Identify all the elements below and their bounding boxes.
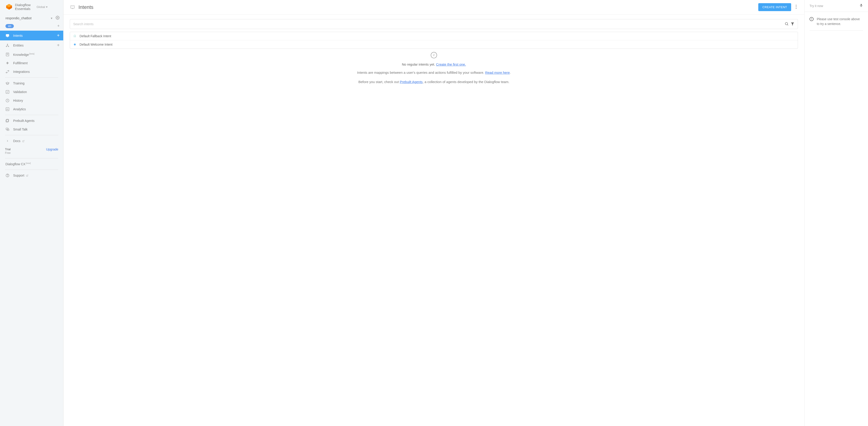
prebuilt-agents-link[interactable]: Prebuilt Agents [400,80,423,84]
read-more-link[interactable]: Read more here [485,70,509,75]
empty-state: i No regular intents yet. Create the fir… [70,49,798,92]
knowledge-icon [5,52,9,57]
divider [809,30,863,31]
sidebar-item-dialogflow-cx[interactable]: Dialogflow CX[new] [0,160,63,168]
chevron-right-icon [5,139,9,143]
language-row: en + [0,22,63,31]
intent-row-fallback[interactable]: Default Fallback Intent [70,32,798,40]
training-icon [5,81,9,85]
divider [5,115,58,115]
external-link-icon [22,140,25,142]
intent-name: Default Welcome Intent [80,43,113,46]
caret-down-icon: ▾ [46,5,48,9]
svg-point-33 [785,23,788,25]
gear-icon[interactable] [56,16,60,21]
empty-paragraph-1: Intents are mappings between a user's qu… [88,70,780,75]
svg-point-6 [8,46,9,47]
small-talk-icon [5,127,9,132]
sidebar-item-label: Knowledge[beta] [13,53,60,57]
sidebar-item-label: Dialogflow CX[new] [5,162,60,166]
sidebar-item-intents[interactable]: Intents + [0,31,63,40]
svg-marker-11 [6,61,9,64]
svg-line-34 [787,25,788,25]
support-icon [5,173,9,177]
dot-icon [74,44,76,46]
add-intent-icon[interactable]: + [57,33,60,38]
entities-icon [5,44,9,48]
info-icon: ! [809,17,814,21]
svg-point-30 [796,5,797,6]
sidebar-item-support[interactable]: Support [0,171,63,180]
filter-icon[interactable] [790,22,795,27]
sidebar-item-label: Small Talk [13,127,60,131]
try-it-input[interactable]: Try it now [809,4,857,8]
global-region-dropdown[interactable]: Global ▾ [36,5,48,9]
sidebar-item-fulfillment[interactable]: Fulfillment [0,59,63,67]
search-box [70,19,798,29]
sidebar-item-label: Entities [13,44,53,47]
external-link-icon [26,174,28,177]
search-icon[interactable] [784,22,789,27]
logo-row: Dialogflow Essentials Global ▾ [0,0,63,14]
add-language-button[interactable]: + [57,24,60,28]
page-title: Intents [79,4,755,10]
svg-rect-4 [6,34,9,36]
sidebar-item-label: Intents [13,34,53,37]
svg-line-25 [27,175,28,176]
divider [5,135,58,135]
sidebar-item-small-talk[interactable]: Small Talk [0,125,63,134]
upgrade-link[interactable]: Upgrade [46,147,58,151]
sidebar-item-label: Training [13,82,60,85]
svg-point-31 [796,6,797,7]
test-info-text: Please use test console above to try a s… [817,17,863,26]
sidebar-item-prebuilt-agents[interactable]: Prebuilt Agents [0,116,63,125]
divider [5,77,58,78]
sidebar-item-label: Integrations [13,70,60,74]
empty-heading: No regular intents yet. Create the first… [88,62,780,66]
sidebar-item-label: Support [13,174,60,177]
intent-row-welcome[interactable]: Default Welcome Intent [70,40,798,49]
language-badge[interactable]: en [5,24,14,28]
sidebar-item-label: Prebuilt Agents [13,119,60,122]
agent-selector-row: respondio_chatbot ▾ [0,14,63,22]
sidebar-item-integrations[interactable]: Integrations [0,67,63,76]
trial-title: Trial [5,147,11,151]
sidebar: Dialogflow Essentials Global ▾ respondio… [0,0,63,426]
sidebar-item-training[interactable]: Training [0,79,63,88]
svg-rect-12 [6,90,9,93]
sidebar-item-label: Analytics [13,107,60,111]
sidebar-item-history[interactable]: History [0,96,63,105]
svg-line-22 [23,141,24,142]
info-icon: i [431,52,437,58]
sidebar-item-docs[interactable]: Docs [0,137,63,145]
svg-point-7 [7,44,8,45]
svg-point-3 [57,17,58,19]
main-header: Intents CREATE INTENT [63,0,804,15]
intents-page-icon [70,4,75,10]
product-name: Dialogflow Essentials [15,3,31,11]
agent-dropdown-caret-icon[interactable]: ▾ [51,16,52,20]
create-intent-button[interactable]: CREATE INTENT [758,3,791,11]
add-entity-icon[interactable]: + [57,43,60,48]
svg-point-24 [7,176,8,176]
svg-point-5 [6,46,7,47]
main-panel: Intents CREATE INTENT [63,0,805,426]
sidebar-item-analytics[interactable]: Analytics [0,105,63,113]
validation-icon [5,90,9,94]
create-first-link[interactable]: Create the first one. [436,62,466,66]
sidebar-item-label: Validation [13,90,60,94]
sidebar-item-validation[interactable]: Validation [0,88,63,96]
sidebar-item-entities[interactable]: Entities + [0,40,63,50]
history-icon [5,98,9,103]
fulfillment-icon [5,61,9,65]
search-input[interactable] [73,21,783,28]
microphone-icon[interactable] [859,3,863,8]
more-menu-icon[interactable] [794,5,798,9]
svg-rect-26 [71,5,74,8]
agent-name[interactable]: respondio_chatbot [5,16,51,20]
test-header: Try it now [805,0,868,12]
intent-name: Default Fallback Intent [80,34,111,38]
sidebar-item-knowledge[interactable]: Knowledge[beta] [0,50,63,59]
trial-subtitle: Free [5,151,11,154]
svg-point-32 [796,8,797,9]
